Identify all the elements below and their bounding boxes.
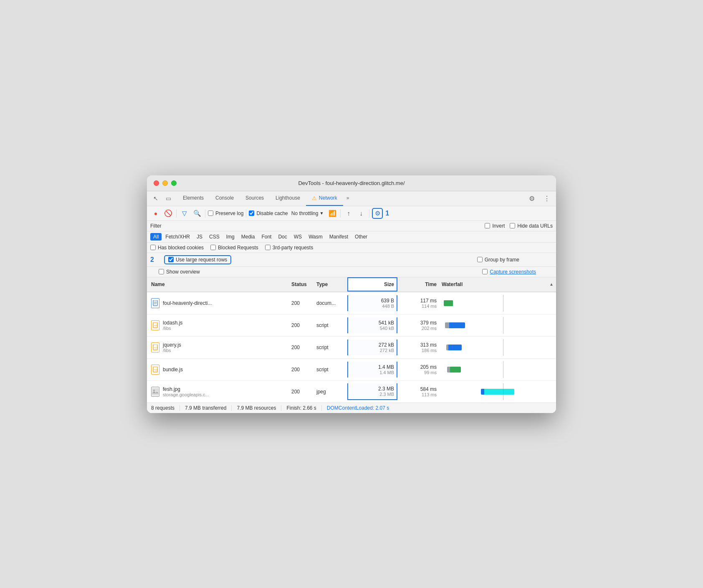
group-by-frame-checkbox[interactable] <box>477 257 483 262</box>
cell-time-4: 205 ms 99 ms <box>397 362 439 378</box>
tab-overflow[interactable]: » <box>343 191 353 206</box>
svg-text:<>: <> <box>154 346 158 350</box>
type-filter-ws[interactable]: WS <box>291 233 305 241</box>
table-row[interactable]: fesh.jpg storage.googleapis.c... 200 jpe… <box>147 381 556 403</box>
cell-name-1: foul-heavenly-directi... <box>147 296 289 311</box>
minimize-button[interactable] <box>162 180 168 186</box>
size-secondary-2: 540 kB <box>380 326 394 331</box>
separator-2 <box>205 209 205 218</box>
maximize-button[interactable] <box>171 180 177 186</box>
type-filter-all[interactable]: All <box>150 233 162 241</box>
preserve-log-label[interactable]: Preserve log <box>208 210 243 216</box>
filter-label: Filter <box>150 223 162 229</box>
separator-1 <box>176 209 177 218</box>
type-filter-manifest[interactable]: Manifest <box>326 233 351 241</box>
show-overview-label[interactable]: Show overview <box>159 269 200 275</box>
search-button[interactable]: 🔍 <box>192 208 202 219</box>
disable-cache-label[interactable]: Disable cache <box>249 210 288 216</box>
settings-row-1: 2 Use large request rows Group by frame <box>147 253 556 267</box>
devtools-settings-icon[interactable]: ⚙ <box>526 193 538 204</box>
type-filter-fetch-xhr[interactable]: Fetch/XHR <box>162 233 193 241</box>
import-har-icon[interactable]: ↑ <box>343 208 354 219</box>
cursor-icon[interactable]: ↖ <box>150 193 161 204</box>
name-text-2: lodash.js /libs <box>163 320 182 331</box>
network-conditions-icon[interactable]: 📶 <box>327 208 338 219</box>
filter-options: Invert Hide data URLs <box>485 223 553 229</box>
separator-4 <box>340 209 341 218</box>
filter-button[interactable]: ▽ <box>179 208 190 219</box>
clear-button[interactable]: 🚫 <box>163 208 174 219</box>
has-blocked-cookies-checkbox[interactable] <box>150 245 156 250</box>
table-row[interactable]: foul-heavenly-directi... 200 docum... 63… <box>147 292 556 314</box>
large-request-rows-checkbox[interactable] <box>168 257 174 262</box>
type-filter-font[interactable]: Font <box>258 233 274 241</box>
type-filter-css[interactable]: CSS <box>206 233 223 241</box>
name-text-4: bundle.js <box>163 367 183 373</box>
tab-sources[interactable]: Sources <box>240 191 270 206</box>
separator-3 <box>246 209 246 218</box>
cell-name-4: <> bundle.js <box>147 362 289 377</box>
disable-cache-checkbox[interactable] <box>249 210 254 216</box>
status-resources: 7.9 MB resources <box>232 405 281 411</box>
time-primary-4: 205 ms <box>420 364 437 370</box>
third-party-checkbox[interactable] <box>265 245 271 250</box>
type-filter-media[interactable]: Media <box>238 233 258 241</box>
third-party-label[interactable]: 3rd-party requests <box>265 245 313 251</box>
tab-lighthouse[interactable]: Lighthouse <box>270 191 306 206</box>
record-button[interactable]: ● <box>150 208 161 219</box>
cell-type-4: script <box>314 364 347 375</box>
col-header-waterfall[interactable]: Waterfall ▲ <box>439 278 556 291</box>
col-header-type[interactable]: Type <box>314 278 347 291</box>
blocked-requests-checkbox[interactable] <box>210 245 216 250</box>
invert-label[interactable]: Invert <box>485 223 505 229</box>
export-har-icon[interactable]: ↓ <box>356 208 367 219</box>
show-overview-checkbox[interactable] <box>159 269 164 274</box>
table-row[interactable]: <> jquery.js /libs 200 script 272 kB 272… <box>147 337 556 359</box>
time-primary-2: 379 ms <box>420 320 437 326</box>
col-header-time[interactable]: Time <box>397 278 439 291</box>
table-row[interactable]: <> lodash.js /libs 200 script 541 kB 540… <box>147 314 556 337</box>
col-header-status[interactable]: Status <box>289 278 314 291</box>
close-button[interactable] <box>154 180 159 186</box>
tabs: Elements Console Sources Lighthouse ⚠ Ne… <box>177 191 526 206</box>
name-secondary-5: storage.googleapis.c... <box>163 392 209 397</box>
svg-text:<>: <> <box>154 368 158 372</box>
status-dom-content-loaded: DOMContentLoaded: 2.07 s <box>322 405 394 411</box>
capture-screenshots-checkbox[interactable] <box>482 269 488 274</box>
throttle-select[interactable]: No throttling ▼ <box>290 210 326 217</box>
time-secondary-1: 114 ms <box>422 304 437 309</box>
script-icon: <> <box>151 320 159 330</box>
type-filter-other[interactable]: Other <box>352 233 370 241</box>
col-header-name[interactable]: Name <box>147 278 289 291</box>
cell-size-4: 1.4 MB 1.4 MB <box>347 362 397 378</box>
hide-data-urls-checkbox[interactable] <box>510 223 515 228</box>
tab-console[interactable]: Console <box>210 191 240 206</box>
has-blocked-cookies-label[interactable]: Has blocked cookies <box>150 245 204 251</box>
tab-elements[interactable]: Elements <box>177 191 210 206</box>
tab-bar-right: ⚙ ⋮ <box>526 193 553 204</box>
type-filter-wasm[interactable]: Wasm <box>306 233 326 241</box>
name-text-1: foul-heavenly-directi... <box>163 300 212 306</box>
group-by-frame-label[interactable]: Group by frame <box>477 257 553 263</box>
table-row[interactable]: <> bundle.js 200 script 1.4 MB 1.4 MB 20… <box>147 359 556 381</box>
type-filter-img[interactable]: Img <box>223 233 238 241</box>
col-header-size[interactable]: Size <box>347 277 397 291</box>
invert-checkbox[interactable] <box>485 223 490 228</box>
preserve-log-checkbox[interactable] <box>208 210 213 216</box>
cell-time-2: 379 ms 202 ms <box>397 317 439 333</box>
more-options-icon[interactable]: ⋮ <box>541 193 553 204</box>
large-request-rows-label[interactable]: Use large request rows <box>176 257 227 263</box>
size-primary-3: 272 kB <box>379 342 394 348</box>
tab-network[interactable]: ⚠ Network <box>306 191 343 206</box>
capture-screenshots-label[interactable]: Capture screenshots <box>482 269 553 275</box>
type-filter-js[interactable]: JS <box>194 233 205 241</box>
network-settings-button[interactable]: ⚙ <box>372 208 383 219</box>
cell-name-3: <> jquery.js /libs <box>147 340 289 355</box>
time-primary-5: 584 ms <box>420 386 437 392</box>
device-icon[interactable]: ▭ <box>163 193 174 204</box>
cell-type-2: script <box>314 320 347 331</box>
type-filter-doc[interactable]: Doc <box>275 233 290 241</box>
blocked-requests-label[interactable]: Blocked Requests <box>210 245 258 251</box>
hide-data-urls-label[interactable]: Hide data URLs <box>510 223 553 229</box>
size-primary-1: 639 B <box>381 298 394 304</box>
